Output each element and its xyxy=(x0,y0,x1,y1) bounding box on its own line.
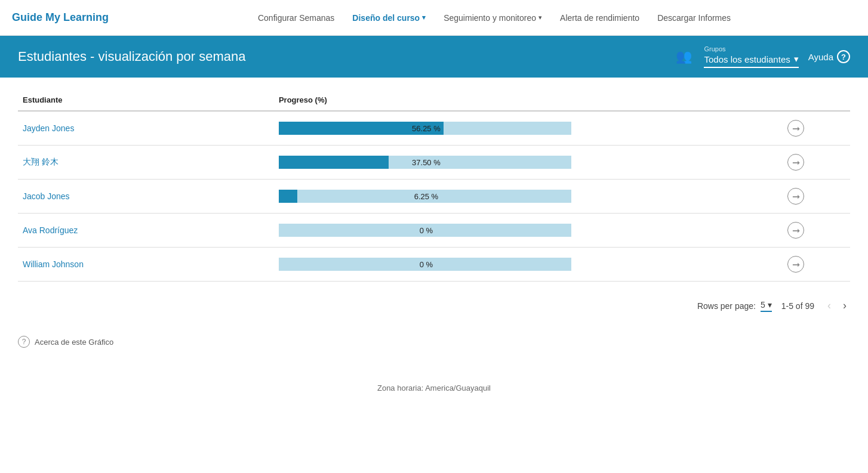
groups-select-row[interactable]: Todos los estudiantes ▾ xyxy=(704,54,798,68)
brand[interactable]: Guide My Learning xyxy=(12,11,109,24)
student-name[interactable]: Ava Rodríguez xyxy=(18,214,274,248)
view-student-button[interactable]: ➞ xyxy=(787,256,804,273)
view-student-button[interactable]: ➞ xyxy=(787,154,804,171)
about-chart[interactable]: ? Acerca de este Gráfico xyxy=(18,336,850,348)
student-name[interactable]: 大翔 鈴木 xyxy=(18,146,274,180)
col-student: Estudiante xyxy=(18,89,274,111)
group-icon: 👥 xyxy=(676,49,692,64)
progress-bar-bg: 37.50 % xyxy=(279,156,571,169)
student-name[interactable]: Jayden Jones xyxy=(18,111,274,146)
timezone-label: Zona horaria: America/Guayaquil xyxy=(377,384,491,392)
pagination-row: Rows per page: 5 ▾ 1-5 of 99 ‹ › xyxy=(18,293,850,318)
groups-label: Grupos xyxy=(704,45,798,52)
progress-cell: 0 % xyxy=(274,248,773,282)
progress-label: 56.25 % xyxy=(279,124,571,133)
help-button[interactable]: Ayuda ? xyxy=(808,50,850,63)
rows-per-page-label: Rows per page: xyxy=(697,301,756,311)
progress-label: 0 % xyxy=(279,260,571,269)
chevron-down-icon: ▾ xyxy=(768,300,772,310)
student-name[interactable]: Jacob Jones xyxy=(18,180,274,214)
action-cell: ➞ xyxy=(773,146,850,180)
nav-alerta-rendimiento[interactable]: Alerta de rendimiento xyxy=(560,13,639,23)
table-row: 大翔 鈴木37.50 %➞ xyxy=(18,146,850,180)
student-name[interactable]: William Johnson xyxy=(18,248,274,282)
nav-configurar-semanas[interactable]: Configurar Semanas xyxy=(258,13,334,23)
view-student-button[interactable]: ➞ xyxy=(787,188,804,205)
progress-bar-bg: 0 % xyxy=(279,258,571,271)
progress-cell: 37.50 % xyxy=(274,146,773,180)
info-icon: ? xyxy=(18,336,30,348)
table-row: William Johnson0 %➞ xyxy=(18,248,850,282)
prev-page-button[interactable]: ‹ xyxy=(824,299,835,312)
students-table: Estudiante Progreso (%) Jayden Jones56.2… xyxy=(18,89,850,282)
progress-bar-bg: 56.25 % xyxy=(279,122,571,135)
page-info: 1-5 of 99 xyxy=(781,301,814,311)
progress-cell: 6.25 % xyxy=(274,180,773,214)
help-icon: ? xyxy=(837,50,850,63)
progress-label: 0 % xyxy=(279,226,571,235)
progress-bar-bg: 0 % xyxy=(279,224,571,237)
timezone-footer: Zona horaria: America/Guayaquil xyxy=(18,384,850,410)
progress-label: 37.50 % xyxy=(279,158,571,167)
progress-cell: 0 % xyxy=(274,214,773,248)
rows-per-page: Rows per page: 5 ▾ xyxy=(697,300,772,312)
col-progress: Progreso (%) xyxy=(274,89,773,111)
table-row: Jayden Jones56.25 %➞ xyxy=(18,111,850,146)
action-cell: ➞ xyxy=(773,180,850,214)
progress-bar-wrap: 6.25 % xyxy=(279,190,768,203)
header-banner: Estudiantes - visualización por semana 👥… xyxy=(0,36,868,78)
nav-descargar-informes[interactable]: Descargar Informes xyxy=(657,13,731,23)
main-content: Estudiante Progreso (%) Jayden Jones56.2… xyxy=(0,78,868,422)
help-label: Ayuda xyxy=(808,52,833,62)
navbar: Guide My Learning Configurar Semanas Dis… xyxy=(0,0,868,36)
table-row: Ava Rodríguez0 %➞ xyxy=(18,214,850,248)
view-student-button[interactable]: ➞ xyxy=(787,222,804,239)
action-cell: ➞ xyxy=(773,248,850,282)
rows-per-page-select[interactable]: 5 ▾ xyxy=(761,300,772,312)
table-row: Jacob Jones6.25 %➞ xyxy=(18,180,850,214)
chevron-down-icon: ▾ xyxy=(794,54,799,64)
header-right: 👥 Grupos Todos los estudiantes ▾ Ayuda ? xyxy=(676,45,850,68)
nav-diseno-curso[interactable]: Diseño del curso ▾ xyxy=(352,13,426,23)
chevron-down-icon: ▾ xyxy=(538,14,542,21)
about-chart-label: Acerca de este Gráfico xyxy=(35,338,113,347)
nav-seguimiento[interactable]: Seguimiento y monitoreo ▾ xyxy=(444,13,542,23)
rows-per-page-value: 5 xyxy=(761,300,765,310)
page-title: Estudiantes - visualización por semana xyxy=(18,49,246,64)
progress-bar-wrap: 56.25 % xyxy=(279,122,768,135)
page-nav: ‹ › xyxy=(824,299,850,312)
action-cell: ➞ xyxy=(773,111,850,146)
chevron-down-icon: ▾ xyxy=(422,14,426,21)
next-page-button[interactable]: › xyxy=(839,299,850,312)
progress-cell: 56.25 % xyxy=(274,111,773,146)
view-student-button[interactable]: ➞ xyxy=(787,120,804,137)
progress-bar-bg: 6.25 % xyxy=(279,190,571,203)
progress-label: 6.25 % xyxy=(279,192,571,201)
navbar-menu: Configurar Semanas Diseño del curso ▾ Se… xyxy=(133,13,856,23)
progress-bar-wrap: 0 % xyxy=(279,258,768,271)
progress-bar-wrap: 37.50 % xyxy=(279,156,768,169)
groups-value: Todos los estudiantes xyxy=(704,54,790,64)
action-cell: ➞ xyxy=(773,214,850,248)
progress-bar-wrap: 0 % xyxy=(279,224,768,237)
groups-selector[interactable]: Grupos Todos los estudiantes ▾ xyxy=(704,45,798,68)
